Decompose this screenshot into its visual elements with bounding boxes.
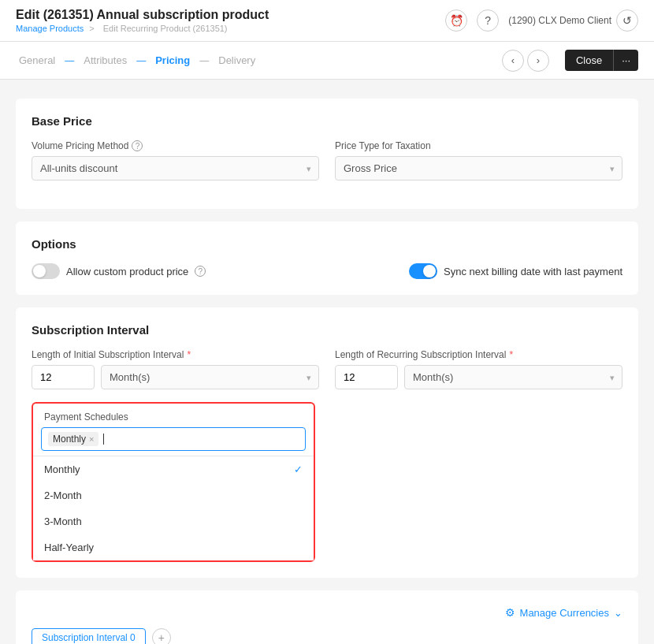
client-avatar-icon[interactable]: ↺ [616,9,638,32]
volume-pricing-select-wrapper: All-units discount [32,156,319,181]
gear-icon: ⚙ [505,606,515,619]
tab-attributes[interactable]: Attributes [80,43,130,77]
manage-currencies-label: Manage Currencies [520,607,609,619]
initial-required-star: * [187,349,191,360]
schedule-item-halfyearly[interactable]: Half-Yearly [33,534,314,560]
schedule-item-3month[interactable]: 3-Month [33,508,314,534]
help-icon[interactable]: ? [477,9,499,32]
payment-schedules-container: Payment Schedules Monthly × Monthly ✓ 2-… [32,402,315,562]
custom-price-toggle-group: Allow custom product price ? [32,263,206,279]
base-price-section: Base Price Volume Pricing Method ? All-u… [16,99,638,209]
tab-divider-1: — [65,55,74,66]
volume-pricing-text: Volume Pricing Method [32,140,128,151]
price-type-group: Price Type for Taxation Gross Price [335,140,622,181]
sub-interval-title: Subscription Interval [32,323,622,337]
manage-currencies-chevron: ⌄ [614,607,622,619]
recurring-interval-text: Length of Recurring Subscription Interva… [335,349,506,360]
price-section: ⚙ Manage Currencies ⌄ Subscription Inter… [16,590,638,644]
clock-icon[interactable]: ⏰ [445,9,467,32]
recurring-interval-inputs: Month(s) [335,365,622,389]
tab-divider-3: — [199,55,209,66]
app-header: Edit (261351) Annual subscription produc… [0,0,654,42]
base-price-title: Base Price [32,114,622,128]
manage-currencies-btn[interactable]: ⚙ Manage Currencies ⌄ [505,606,622,619]
options-section: Options Allow custom product price ? Syn… [16,221,638,295]
monthly-check-icon: ✓ [294,463,303,475]
initial-interval-number[interactable] [32,365,95,389]
tab-general[interactable]: General [16,43,58,77]
schedule-2month-label: 2-Month [44,490,82,501]
next-tab-button[interactable]: › [527,50,549,72]
volume-pricing-label: Volume Pricing Method ? [32,140,319,151]
schedule-monthly-label: Monthly [44,463,80,475]
initial-interval-group: Length of Initial Subscription Interval … [32,349,319,389]
header-left: Edit (261351) Annual subscription produc… [16,8,269,33]
breadcrumb-separator: > [89,24,94,33]
tab-delivery[interactable]: Delivery [215,43,258,77]
sync-billing-toggle-group: Sync next billing date with last payment [409,263,622,279]
close-more-button[interactable]: ··· [613,50,638,71]
initial-interval-label: Length of Initial Subscription Interval … [32,349,319,360]
remove-monthly-tag[interactable]: × [89,434,94,444]
schedules-area: Payment Schedules Monthly × Monthly ✓ 2-… [32,402,622,562]
initial-interval-unit-wrapper: Month(s) [101,365,319,389]
client-name: (1290) CLX Demo Client [508,15,611,26]
price-type-label: Price Type for Taxation [335,140,622,151]
recurring-interval-number[interactable] [335,365,398,389]
schedule-halfyearly-label: Half-Yearly [44,542,94,553]
price-type-select-wrapper: Gross Price [335,156,622,181]
volume-pricing-group: Volume Pricing Method ? All-units discou… [32,140,319,181]
prev-tab-button[interactable]: ‹ [502,50,524,72]
price-type-select[interactable]: Gross Price [335,156,622,181]
monthly-tag-label: Monthly [53,434,86,445]
recurring-required-star: * [509,349,513,360]
schedule-item-2month[interactable]: 2-Month [33,482,314,508]
subscription-interval-tab[interactable]: Subscription Interval 0 [32,628,146,644]
tab-bar: General — Attributes — Pricing — Deliver… [0,42,654,80]
tab-steps: General — Attributes — Pricing — Deliver… [16,43,502,77]
volume-pricing-help-icon[interactable]: ? [132,140,143,151]
close-button[interactable]: Close [565,50,613,71]
close-group: Close ··· [565,50,638,71]
recurring-interval-unit-wrapper: Month(s) [404,365,622,389]
options-row: Allow custom product price ? Sync next b… [32,263,622,279]
payment-schedules-dropdown: Monthly ✓ 2-Month 3-Month Half-Yearly [33,456,314,560]
volume-pricing-select[interactable]: All-units discount [32,156,319,181]
price-section-header: ⚙ Manage Currencies ⌄ [32,606,622,619]
schedule-item-monthly[interactable]: Monthly ✓ [33,456,314,482]
recurring-interval-unit-select[interactable]: Month(s) [404,365,622,389]
payment-schedules-header: Payment Schedules [33,404,314,427]
initial-interval-inputs: Month(s) [32,365,319,389]
tab-actions: ‹ › Close ··· [502,50,638,72]
page-title: Edit (261351) Annual subscription produc… [16,8,269,22]
payment-tag-input[interactable]: Monthly × [41,427,306,451]
initial-interval-text: Length of Initial Subscription Interval [32,349,184,360]
sync-billing-toggle[interactable] [409,263,437,279]
schedule-3month-label: 3-Month [44,516,82,527]
recurring-interval-group: Length of Recurring Subscription Interva… [335,349,622,389]
recurring-interval-label: Length of Recurring Subscription Interva… [335,349,622,360]
custom-price-label: Allow custom product price [66,266,188,277]
initial-interval-unit-select[interactable]: Month(s) [101,365,319,389]
price-tabs-row: Subscription Interval 0 + [32,628,622,644]
subscription-interval-section: Subscription Interval Length of Initial … [16,307,638,578]
custom-price-help-icon[interactable]: ? [195,266,206,277]
custom-price-toggle[interactable] [32,263,60,279]
sync-billing-label: Sync next billing date with last payment [444,266,622,277]
header-right: ⏰ ? (1290) CLX Demo Client ↺ [445,9,638,32]
breadcrumb-current: Edit Recurring Product (261351) [103,24,228,33]
add-interval-tab-btn[interactable]: + [152,628,171,644]
tab-divider-2: — [136,55,146,66]
client-label: (1290) CLX Demo Client ↺ [508,9,638,32]
input-cursor [103,434,104,445]
options-title: Options [32,237,622,251]
main-content: Base Price Volume Pricing Method ? All-u… [0,80,654,644]
breadcrumb-link-manage[interactable]: Manage Products [16,24,84,33]
interval-row: Length of Initial Subscription Interval … [32,349,622,389]
tab-pricing[interactable]: Pricing [152,43,193,77]
breadcrumb: Manage Products > Edit Recurring Product… [16,24,269,33]
monthly-tag: Monthly × [48,432,98,446]
base-price-row: Volume Pricing Method ? All-units discou… [32,140,622,181]
